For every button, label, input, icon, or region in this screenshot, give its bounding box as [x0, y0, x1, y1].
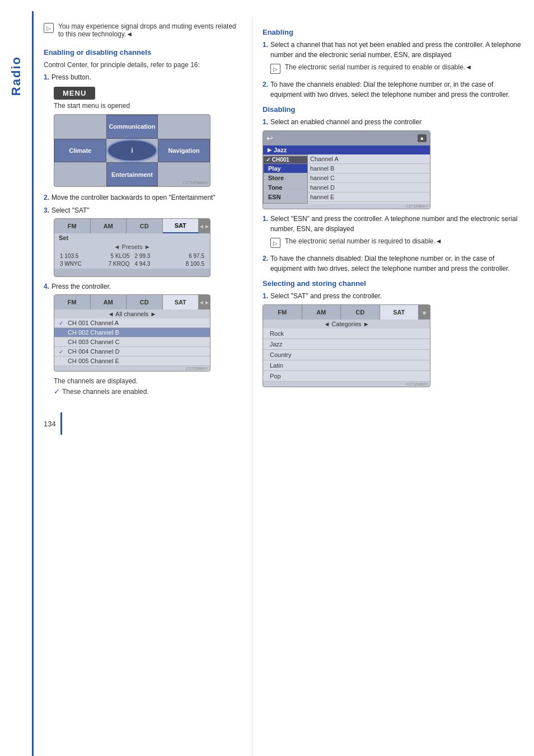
r-selecting-step1: 1. Select "SAT" and press the controller… — [263, 291, 524, 301]
ch-item-5[interactable]: CH 005 Channel E — [54, 356, 210, 366]
intro-note: You may experience signal drops and muti… — [44, 22, 242, 38]
ch-all-channels: ◄ All channels ► — [54, 309, 210, 318]
ch-check-1: ✓ — [59, 320, 65, 326]
dl-jazz-label: Jazz — [263, 145, 430, 154]
tuner-tab-cd[interactable]: CD — [127, 219, 163, 233]
r-disabling-step1-text: Select an enabled channel and press the … — [270, 117, 524, 127]
sc-item-pop[interactable]: Pop — [263, 371, 430, 382]
r-disabling-step2-text: Select "ESN" and press the controller. A… — [270, 214, 524, 234]
r-disabling-step3-number: 2. — [263, 253, 268, 274]
ch-label-5: CH 005 Channel E — [68, 358, 119, 364]
sc-item-country[interactable]: Country — [263, 350, 430, 360]
tuner-tab-am[interactable]: AM — [91, 219, 127, 233]
menu-button[interactable]: MENU — [54, 87, 95, 100]
r-enabling-step1-text: Select a channel that has not yet been e… — [270, 40, 524, 60]
disabling-play-icon — [270, 238, 280, 248]
step-1-number: 1. — [44, 72, 49, 82]
channels-enabled-note: ✓ These channels are enabled. — [54, 387, 242, 396]
dl-ch-right-c: hannel C — [308, 173, 430, 183]
ch-check-4: ✓ — [59, 349, 65, 355]
sc-tab-am[interactable]: AM — [302, 305, 341, 320]
tuner-tab-fm[interactable]: FM — [54, 219, 91, 233]
chlist-img-label: C27158BMY — [54, 366, 210, 371]
content-area: You may experience signal drops and muti… — [34, 11, 534, 756]
channels-enabled-text: These channels are enabled. — [62, 388, 149, 396]
step-1-text: Press button. — [51, 72, 242, 82]
tuner-tabs: FM AM CD SAT ◄► — [54, 219, 210, 233]
r-disabling-step3-text: To have the channels disabled: Dial the … — [270, 253, 524, 274]
page-line — [60, 412, 62, 435]
ch-tab-fm[interactable]: FM — [54, 295, 91, 309]
r-enabling-step2-number: 2. — [263, 79, 268, 100]
ch-tab-cd[interactable]: CD — [127, 295, 163, 309]
tuner-tab-sat[interactable]: SAT — [163, 219, 199, 233]
sidebar: Radio — [0, 11, 34, 756]
dl-img-label: C27159BMY — [263, 204, 430, 209]
enabling-note-box: The electronic serial number is required… — [270, 63, 524, 74]
sc-tab-fm[interactable]: FM — [263, 305, 302, 320]
r-enabling-step2: 2. To have the channels enabled: Dial th… — [263, 79, 524, 100]
nav-center: i — [106, 139, 158, 163]
start-menu-text: The start menu is opened — [54, 102, 242, 110]
dl-corner-icon: ■ — [418, 134, 427, 142]
dl-overlay-store[interactable]: Store — [264, 173, 307, 183]
tuner-freq-1: 1 103.55 KLO5 — [58, 252, 132, 260]
selecting-title: Selecting and storing channel — [263, 279, 524, 288]
intro-note-text: You may experience signal drops and muti… — [58, 22, 242, 38]
page-container: Radio You may experience signal drops an… — [0, 0, 534, 756]
ch-item-4[interactable]: ✓ CH 004 Channel D — [54, 347, 210, 356]
dl-overlay-tone[interactable]: Tone — [264, 183, 307, 192]
nav-climate: Climate — [54, 139, 106, 163]
sc-item-latin[interactable]: Latin — [263, 360, 430, 371]
ch-item-1[interactable]: ✓ CH 001 Channel A — [54, 318, 210, 328]
dl-ch001: ✓ CH001 — [264, 156, 307, 164]
sc-tabs: FM AM CD SAT ■ — [263, 305, 430, 320]
tuner-frequencies: 1 103.55 KLO5 2 99.36 97.5 3 WNYC7 KROQ … — [54, 251, 210, 269]
disable-list-image: ↩ ■ Jazz ✓ CH001 Play Store Tone ESN — [263, 130, 430, 209]
enabling-title: Enabling — [263, 28, 524, 36]
intro-ref-text: Control Center, for principle details, r… — [44, 60, 242, 70]
disabling-note-text: The electronic serial number is required… — [285, 237, 442, 245]
menu-button-wrap: MENU — [54, 87, 242, 100]
ch-item-3[interactable]: CH 003 Channel C — [54, 337, 210, 347]
ch-label-4: CH 004 Channel D — [68, 348, 119, 355]
sc-item-rock[interactable]: Rock — [263, 328, 430, 339]
dl-overlay-esn[interactable]: ESN — [264, 192, 307, 202]
step-1-row: 1. Press button. — [44, 72, 242, 82]
sc-tab-sat[interactable]: SAT — [380, 305, 419, 320]
r-disabling-step2-number: 1. — [263, 214, 268, 234]
sc-icon: ■ — [419, 305, 430, 320]
tuner-set: Set — [54, 233, 210, 242]
dl-ch-right-d: hannel D — [308, 183, 430, 192]
r-selecting-step1-text: Select "SAT" and press the controller. — [270, 291, 524, 301]
r-enabling-step1: 1. Select a channel that has not yet bee… — [263, 40, 524, 60]
nav-menu-image: Communication Climate i Navigation Enter… — [54, 114, 210, 187]
r-enabling-step2-text: To have the channels enabled: Dial the t… — [270, 79, 524, 100]
dl-ch-right-e: hannel E — [308, 192, 430, 202]
ch-label-1: CH 001 Channel A — [68, 320, 119, 326]
tuner-presets: ◄ Presets ► — [54, 242, 210, 251]
sc-img-label: C27160BMY — [263, 382, 430, 387]
r-disabling-step2: 1. Select "ESN" and press the controller… — [263, 214, 524, 234]
dl-ch-right-a: Channel A — [308, 154, 430, 164]
sc-item-jazz[interactable]: Jazz — [263, 339, 430, 350]
dl-overlay-play[interactable]: Play — [264, 164, 307, 173]
nav-navigation: Navigation — [158, 139, 210, 163]
step-4-text: Press the controller. — [51, 281, 242, 292]
ch-tab-sat[interactable]: SAT — [163, 295, 199, 309]
nav-entertainment: Entertainment — [106, 162, 158, 186]
channels-displayed-note: The channels are displayed. — [54, 376, 242, 386]
ch-check-3 — [59, 339, 65, 345]
disabling-title: Disabling — [263, 105, 524, 114]
r-disabling-step1: 1. Select an enabled channel and press t… — [263, 117, 524, 127]
ch-tab-am[interactable]: AM — [91, 295, 127, 309]
dl-channel-row: ✓ CH001 Play Store Tone ESN Channel A ha… — [263, 154, 430, 204]
dl-overlay-menu: ✓ CH001 Play Store Tone ESN — [263, 154, 308, 204]
sc-tab-cd[interactable]: CD — [341, 305, 380, 320]
r-disabling-step3: 2. To have the channels disabled: Dial t… — [263, 253, 524, 274]
step-3-text: Select "SAT" — [51, 205, 242, 215]
r-enabling-step1-number: 1. — [263, 40, 268, 60]
ch-item-2[interactable]: CH 002 Channel B — [54, 328, 210, 337]
sc-categories-label: ◄ Categories ► — [263, 320, 430, 328]
enabled-checkmark: ✓ — [54, 387, 60, 396]
